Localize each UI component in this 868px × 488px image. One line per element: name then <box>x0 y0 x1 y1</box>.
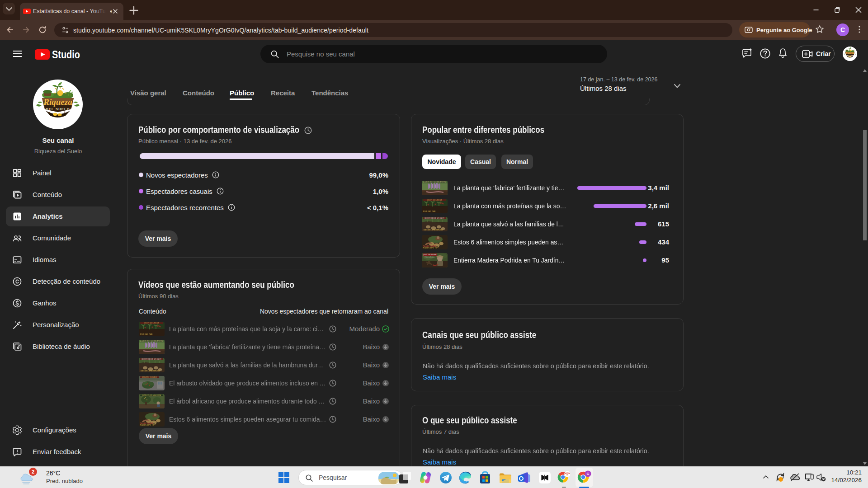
svg-text:DIAS DE LA HAMBRUNA: DIAS DE LA HAMBRUNA <box>141 370 160 372</box>
svg-text:DIAS DE LA HAMBRUNA: DIAS DE LA HAMBRUNA <box>424 229 443 231</box>
svg-text:LA LABOR QUE HACE EN LA TIERRA: LA LABOR QUE HACE EN LA TIERRA <box>140 340 163 342</box>
svg-text:PLANTA ESTO HOY: PLANTA ESTO HOY <box>140 424 156 426</box>
svg-text:MEJOR QUE LA SOJA: MEJOR QUE LA SOJA <box>427 199 443 201</box>
svg-text:POR ESO FUE: POR ESO FUE <box>140 333 153 335</box>
svg-text:FALLAS HAMBRE: FALLAS HAMBRE <box>140 422 154 424</box>
svg-text:FALLAS HAMBRE: FALLAS HAMBRE <box>423 245 437 247</box>
svg-text:Studio: Studio <box>52 49 80 61</box>
svg-text:MEJOR QUE LA SOJA: MEJOR QUE LA SOJA <box>144 322 160 324</box>
svg-text:LA LABOR QUE HACE EN LA TIERRA: LA LABOR QUE HACE EN LA TIERRA <box>423 181 446 183</box>
svg-text:¡GUÍA DE REGAR!: ¡GUÍA DE REGAR! <box>423 253 437 256</box>
svg-text:LA HISTORIA QUE NOS SALVÓ: LA HISTORIA QUE NOS SALVÓ <box>142 358 161 360</box>
svg-text:POR ESO FUE: POR ESO FUE <box>423 210 436 212</box>
svg-text:C: C <box>587 472 590 476</box>
svg-text:PLANTA ESTO HOY: PLANTA ESTO HOY <box>423 247 439 249</box>
svg-text:Entierra Madera: Entierra Madera <box>425 256 435 258</box>
svg-text:ARBUSTO OLVIDADO: ARBUSTO OLVIDADO <box>142 376 157 378</box>
svg-text:LA HISTORIA QUE NOS SALVÓ: LA HISTORIA QUE NOS SALVÓ <box>425 217 444 219</box>
svg-text:LIMPIA 97% DEL AGUA SUCIA: LIMPIA 97% DEL AGUA SUCIA <box>142 394 161 396</box>
